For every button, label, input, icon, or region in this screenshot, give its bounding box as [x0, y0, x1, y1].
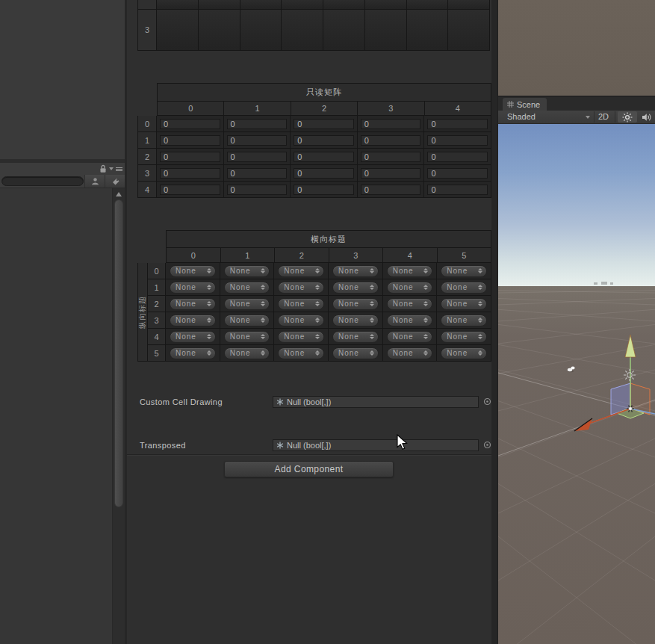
matrix-cell: None: [220, 345, 275, 362]
matrix-cell: [240, 10, 282, 51]
enum-dropdown[interactable]: None: [441, 298, 487, 310]
readonly-value-field: 0: [160, 152, 220, 162]
enum-dropdown[interactable]: None: [387, 331, 433, 343]
chevron-down-icon[interactable]: [586, 116, 590, 119]
enum-dropdown[interactable]: None: [224, 298, 270, 310]
matrix-cell: None: [274, 296, 329, 312]
filter-by-label-icon: [111, 177, 120, 186]
enum-dropdown[interactable]: None: [224, 265, 270, 277]
dropdown-arrows-icon: [261, 334, 265, 339]
dropdown-value: None: [176, 300, 196, 308]
dropdown-value: None: [176, 316, 196, 324]
enum-dropdown[interactable]: None: [387, 298, 433, 310]
dropdown-value: None: [284, 283, 305, 291]
matrix-cell: [157, 10, 199, 51]
draw-mode-dropdown[interactable]: Shaded: [507, 111, 536, 123]
object-picker-icon[interactable]: [483, 397, 491, 406]
enum-dropdown[interactable]: None: [170, 265, 216, 277]
dropdown-arrows-icon: [370, 268, 374, 273]
dropdown-arrows-icon: [315, 285, 320, 290]
dropdown-arrows-icon: [423, 318, 428, 323]
enum-dropdown[interactable]: None: [441, 282, 487, 294]
enum-dropdown[interactable]: None: [224, 282, 270, 294]
toggle-2d-button[interactable]: 2D: [598, 111, 609, 123]
enum-dropdown[interactable]: None: [332, 347, 379, 359]
enum-dropdown[interactable]: None: [224, 331, 270, 343]
enum-dropdown[interactable]: None: [387, 347, 433, 359]
dropdown-value: None: [230, 332, 251, 341]
search-input[interactable]: [1, 176, 84, 186]
matrix-cell: 0: [358, 182, 425, 198]
enum-dropdown[interactable]: None: [278, 315, 324, 326]
upper-view-area: [498, 0, 655, 96]
dropdown-value: None: [338, 332, 359, 341]
gizmo-y-axis-arrow[interactable]: [625, 335, 636, 357]
enum-dropdown[interactable]: None: [170, 298, 216, 310]
object-picker-icon[interactable]: [483, 441, 491, 449]
inspector-divider: [127, 454, 491, 455]
filter-by-type-button[interactable]: [84, 175, 105, 188]
enum-dropdown[interactable]: None: [441, 331, 487, 343]
add-component-button[interactable]: Add Component: [224, 461, 394, 477]
scrollbar-up-arrow-icon[interactable]: [116, 192, 122, 196]
horizon-objects: [594, 282, 613, 285]
enum-dropdown[interactable]: None: [441, 347, 487, 359]
matrix-cell: [323, 0, 365, 10]
scene-viewport[interactable]: [498, 124, 655, 644]
matrix-cell: 0: [157, 116, 224, 132]
scrollbar-thumb[interactable]: [114, 199, 123, 507]
light-gizmo-icon[interactable]: [624, 369, 636, 381]
enum-dropdown[interactable]: None: [441, 265, 487, 277]
asset-asterisk-icon: [276, 398, 284, 406]
enum-dropdown[interactable]: None: [278, 282, 324, 294]
enum-dropdown[interactable]: None: [332, 282, 379, 294]
filter-by-label-button[interactable]: [105, 175, 125, 188]
matrix-cell: 0: [424, 149, 491, 165]
tab-label: Scene: [517, 100, 540, 109]
enum-dropdown[interactable]: None: [278, 298, 324, 310]
row-header: 5: [147, 345, 166, 362]
enum-dropdown[interactable]: None: [278, 347, 324, 359]
enum-dropdown[interactable]: None: [278, 265, 324, 277]
inspector-panel: 3 只读矩阵 01234 01234 000000000000000000000…: [127, 0, 491, 644]
panel-gutter[interactable]: [491, 0, 497, 644]
enum-dropdown[interactable]: None: [332, 265, 379, 277]
enum-dropdown[interactable]: None: [170, 347, 216, 359]
enum-dropdown[interactable]: None: [278, 331, 324, 343]
enum-dropdown[interactable]: None: [170, 282, 216, 294]
panel-menu-icon[interactable]: [116, 167, 122, 171]
matrix-cell: 0: [424, 116, 491, 132]
chevron-down-icon[interactable]: [109, 167, 114, 170]
enum-dropdown[interactable]: None: [441, 315, 487, 326]
tab-scene[interactable]: Scene: [502, 97, 547, 111]
matrix-cell: None: [383, 279, 438, 296]
object-field[interactable]: Null (bool[,]): [273, 396, 479, 408]
lock-icon[interactable]: [99, 164, 107, 173]
enum-dropdown[interactable]: None: [224, 347, 270, 359]
matrix-cell: None: [329, 345, 383, 362]
enum-dropdown[interactable]: None: [332, 298, 379, 310]
enum-dropdown[interactable]: None: [332, 331, 379, 343]
white-object[interactable]: [568, 367, 575, 373]
column-header: 3: [358, 101, 424, 116]
scene-audio-button[interactable]: [639, 111, 655, 123]
enum-dropdown[interactable]: None: [332, 315, 379, 326]
enum-dropdown[interactable]: None: [224, 315, 270, 326]
scene-lighting-button[interactable]: [618, 111, 637, 123]
enum-dropdown[interactable]: None: [387, 282, 433, 294]
enum-dropdown[interactable]: None: [387, 315, 433, 326]
object-field[interactable]: Null (bool[,]): [273, 439, 479, 451]
field-label: Custom Cell Drawing: [140, 397, 223, 406]
matrix-cell: None: [437, 279, 491, 296]
dropdown-arrows-icon: [315, 350, 320, 356]
enum-dropdown[interactable]: None: [170, 315, 216, 326]
readonly-value-field: 0: [294, 168, 354, 179]
matrix-cell: None: [274, 312, 329, 329]
dropdown-arrows-icon: [478, 301, 482, 306]
matrix-cell: None: [220, 312, 275, 329]
row-header: 0: [147, 263, 166, 279]
enum-dropdown[interactable]: None: [387, 265, 433, 277]
table-body: 0000000000000000000000000: [157, 116, 491, 198]
matrix-cell: None: [437, 263, 491, 279]
enum-dropdown[interactable]: None: [170, 331, 216, 343]
